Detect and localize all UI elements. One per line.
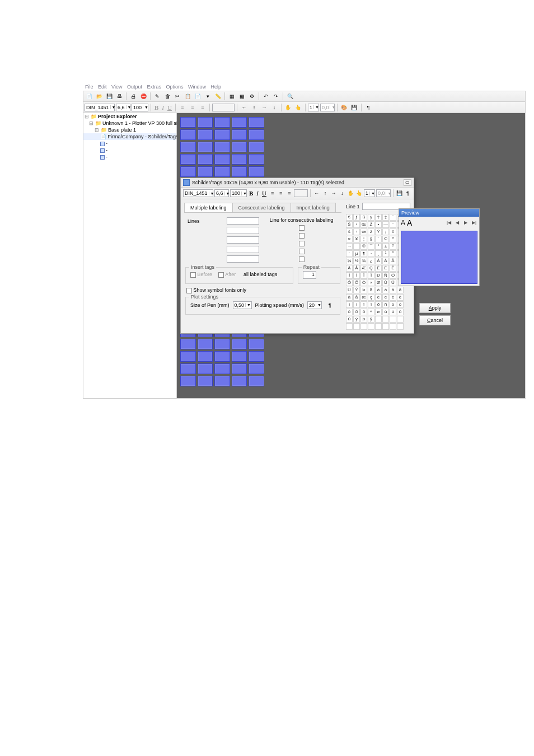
tag-cell[interactable]: [198, 129, 213, 140]
edit-icon[interactable]: ✎: [153, 92, 162, 101]
tag-cell[interactable]: [232, 376, 247, 386]
tag-cell[interactable]: [232, 339, 247, 349]
line-chk-4[interactable]: [299, 249, 305, 254]
zoom-out-icon[interactable]: A: [401, 219, 405, 227]
char-cell[interactable]: ë: [397, 294, 404, 301]
plotter-icon[interactable]: 🖨: [129, 92, 138, 101]
char-cell[interactable]: Ú: [390, 279, 396, 286]
char-cell[interactable]: ÿ: [368, 316, 374, 323]
char-cell[interactable]: ü: [346, 316, 353, 323]
char-cell[interactable]: í: [353, 301, 360, 308]
char-cell[interactable]: ì: [346, 301, 353, 308]
tag-cell[interactable]: [180, 376, 196, 386]
tag-cell[interactable]: [198, 154, 213, 165]
char-cell[interactable]: ¦: [360, 236, 367, 242]
char-cell[interactable]: Â: [390, 258, 396, 264]
dlg-save-icon[interactable]: 💾: [396, 189, 403, 198]
tag-cell[interactable]: [232, 351, 247, 362]
char-cell[interactable]: ¯: [368, 243, 374, 250]
tag-cell[interactable]: [180, 339, 196, 349]
cancel-button[interactable]: Cancel: [419, 315, 451, 325]
hand2-icon[interactable]: 👆: [294, 103, 303, 112]
tag-cell[interactable]: [249, 363, 264, 374]
char-cell[interactable]: —: [382, 221, 389, 228]
char-cell[interactable]: ¾: [360, 258, 367, 264]
tree-item[interactable]: -: [106, 154, 107, 160]
char-cell[interactable]: ±: [382, 243, 389, 250]
char-cell[interactable]: â: [390, 287, 396, 293]
tag-cell[interactable]: [249, 154, 264, 165]
before-check[interactable]: [190, 272, 196, 278]
tag-cell[interactable]: [180, 117, 196, 128]
char-cell[interactable]: ½: [353, 258, 360, 264]
char-cell[interactable]: ˆ: [390, 214, 396, 221]
char-cell[interactable]: ï: [368, 301, 374, 308]
last-icon[interactable]: ▶|: [471, 220, 477, 226]
char-cell[interactable]: û: [397, 309, 404, 315]
open-icon[interactable]: 📂: [95, 92, 104, 101]
tree-item[interactable]: -: [106, 147, 107, 153]
char-cell[interactable]: §: [368, 236, 374, 242]
dlg-italic[interactable]: I: [255, 190, 260, 197]
tag-cell[interactable]: [214, 363, 230, 374]
char-cell[interactable]: Á: [382, 258, 389, 264]
tag-cell[interactable]: [249, 376, 264, 386]
char-cell[interactable]: Ò: [390, 272, 396, 279]
menu-window[interactable]: Window: [188, 84, 206, 90]
tag-cell[interactable]: [232, 363, 247, 374]
char-cell[interactable]: Í: [353, 272, 360, 279]
char-cell[interactable]: ¼: [346, 258, 353, 264]
char-cell[interactable]: ¡: [382, 228, 389, 235]
tag-cell[interactable]: [232, 166, 247, 177]
menu-file[interactable]: File: [85, 84, 93, 90]
tag-cell[interactable]: [214, 129, 230, 140]
dlg-para-icon[interactable]: ¶: [404, 189, 411, 198]
char-cell[interactable]: ­: [353, 243, 360, 250]
menu-view[interactable]: View: [111, 84, 122, 90]
char-cell[interactable]: [368, 323, 374, 330]
tag-cell[interactable]: [232, 142, 247, 152]
align-center-icon[interactable]: ≡: [188, 103, 197, 112]
tag-cell[interactable]: [214, 339, 230, 349]
char-cell[interactable]: ‹: [353, 221, 360, 228]
menu-output[interactable]: Output: [127, 84, 142, 90]
char-cell[interactable]: °: [375, 243, 382, 250]
char-cell[interactable]: ¹: [382, 250, 389, 257]
char-cell[interactable]: ¤: [346, 236, 353, 242]
tag-cell[interactable]: [214, 351, 230, 362]
char-cell[interactable]: Ö: [360, 279, 367, 286]
char-cell[interactable]: •: [375, 221, 382, 228]
char-cell[interactable]: Ï: [368, 272, 374, 279]
copy-icon[interactable]: 📋: [183, 92, 192, 101]
cut-icon[interactable]: ✂: [173, 92, 182, 101]
tab-multiple[interactable]: Multiple labeling: [184, 203, 233, 212]
delete-icon[interactable]: 🗑: [163, 92, 172, 101]
char-cell[interactable]: Ä: [346, 265, 353, 272]
settings-icon[interactable]: ¶: [325, 301, 334, 310]
char-cell[interactable]: ß: [360, 214, 367, 221]
new-icon[interactable]: 📄: [85, 92, 93, 101]
char-cell[interactable]: Î: [360, 272, 367, 279]
tag-cell[interactable]: [249, 117, 264, 128]
dlg-bold[interactable]: B: [248, 190, 254, 197]
tag-cell[interactable]: [198, 376, 213, 386]
char-cell[interactable]: ·: [368, 250, 374, 257]
tag-cell[interactable]: [180, 363, 196, 374]
char-cell[interactable]: à: [375, 287, 382, 293]
char-cell[interactable]: ›: [353, 228, 360, 235]
menu-help[interactable]: Help: [211, 84, 222, 90]
char-cell[interactable]: ã: [397, 287, 404, 293]
gear-icon[interactable]: ⚙: [247, 92, 256, 101]
char-cell[interactable]: æ: [360, 294, 367, 301]
dlg-hand-icon[interactable]: ✋: [347, 189, 354, 198]
dlg-align-center-icon[interactable]: ≡: [277, 189, 284, 198]
palette-icon[interactable]: 🎨: [340, 103, 349, 112]
char-cell[interactable]: ƒ: [353, 214, 360, 221]
tag-cell[interactable]: [249, 351, 264, 362]
ruler-icon[interactable]: 📏: [213, 92, 222, 101]
char-cell[interactable]: è: [375, 294, 382, 301]
char-cell[interactable]: Ø: [375, 279, 382, 286]
size1-combo[interactable]: 6,6▼: [116, 104, 130, 111]
dlg-arrow-right-icon[interactable]: →: [330, 189, 337, 198]
prev-icon[interactable]: ◀: [454, 220, 461, 226]
